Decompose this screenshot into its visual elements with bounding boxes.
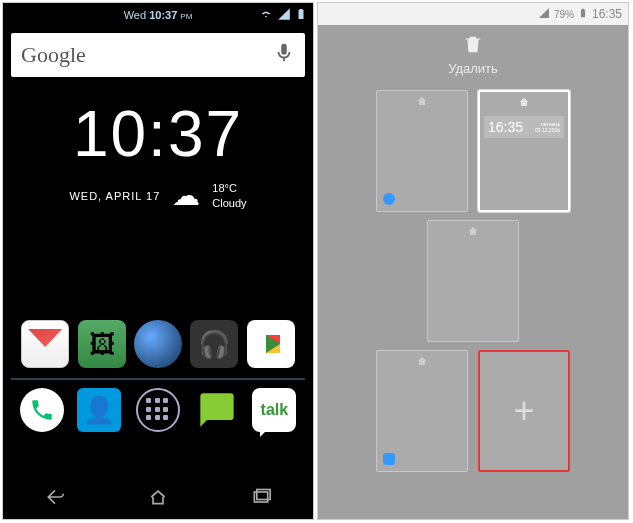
status-ampm: PM [180, 12, 192, 21]
app-row: 🖼 🎧 [3, 320, 313, 368]
status-time: 10:37 [149, 9, 177, 21]
home-indicator-icon [377, 91, 467, 111]
thumb-clock-widget: 16:35 пятница 02.12.2016 [484, 116, 564, 138]
weather-condition: Cloudy [212, 196, 246, 210]
recents-icon[interactable] [248, 487, 274, 511]
thumb-app-icon [383, 453, 395, 465]
home-icon[interactable] [145, 487, 171, 511]
status-time: 16:35 [592, 7, 622, 21]
back-icon[interactable] [42, 487, 68, 511]
trash-icon [462, 33, 484, 55]
clock-hours: 10 [73, 97, 148, 171]
weather-icon: ☁ [172, 179, 200, 212]
thumb-clock-time: 16:35 [488, 119, 523, 135]
dock-row: 👤 talk [3, 386, 313, 434]
home-indicator-icon [480, 92, 568, 112]
navigation-bar [3, 479, 313, 519]
google-search-bar[interactable]: Google [11, 33, 305, 77]
clock-widget[interactable]: 10: 37 WED, APRIL 17 ☁ 18°C Cloudy [3, 97, 313, 212]
home-indicator-icon [428, 221, 518, 241]
signal-icon [538, 7, 550, 22]
gallery-icon[interactable]: 🖼 [78, 320, 126, 368]
music-icon[interactable]: 🎧 [190, 320, 238, 368]
status-day: Wed [124, 9, 146, 21]
screen-thumb-4[interactable] [376, 350, 468, 472]
homescreen-thumbnails: 16:35 пятница 02.12.2016 [318, 90, 628, 520]
add-screen-button[interactable]: + [478, 350, 570, 472]
weather-temp: 18°C [212, 181, 246, 195]
contacts-icon[interactable]: 👤 [77, 388, 121, 432]
weather-info: 18°C Cloudy [212, 181, 246, 210]
battery-icon [578, 6, 588, 23]
plus-icon: + [513, 390, 534, 432]
voice-search-icon[interactable] [273, 42, 295, 68]
play-store-icon[interactable] [247, 320, 295, 368]
home-indicator-icon [377, 351, 467, 371]
dock-divider [11, 378, 305, 380]
battery-percent: 79% [554, 9, 574, 20]
delete-label: Удалить [318, 61, 628, 76]
browser-icon[interactable] [134, 320, 182, 368]
phone-screen-homescreen: Wed 10:37 PM Google 10: 37 [2, 2, 314, 520]
signal-icon [277, 7, 291, 24]
status-bar: 79% 16:35 [318, 3, 628, 25]
weather-row: WED, APRIL 17 ☁ 18°C Cloudy [3, 179, 313, 212]
google-logo: Google [21, 42, 86, 68]
screen-thumb-3[interactable] [427, 220, 519, 342]
delete-dropzone[interactable]: Удалить [318, 25, 628, 90]
thumb-app-icon [383, 193, 395, 205]
status-bar: Wed 10:37 PM [3, 3, 313, 27]
wifi-icon [259, 7, 273, 24]
gmail-icon[interactable] [21, 320, 69, 368]
clock-minutes: 37 [168, 97, 243, 171]
screen-thumb-2-selected[interactable]: 16:35 пятница 02.12.2016 [478, 90, 570, 212]
clock-time: 10: 37 [3, 97, 313, 171]
screen-thumb-1[interactable] [376, 90, 468, 212]
status-date-time: Wed 10:37 PM [124, 9, 193, 21]
messaging-icon[interactable] [195, 388, 239, 432]
talk-icon[interactable]: talk [252, 388, 296, 432]
clock-date: WED, APRIL 17 [69, 190, 160, 202]
talk-label: talk [261, 401, 289, 419]
phone-screen-editmode: 79% 16:35 Удалить 16:35 [317, 2, 629, 520]
app-drawer-icon[interactable] [134, 386, 182, 434]
phone-icon[interactable] [20, 388, 64, 432]
thumb-clock-info: пятница 02.12.2016 [535, 121, 560, 133]
battery-icon [295, 7, 307, 24]
